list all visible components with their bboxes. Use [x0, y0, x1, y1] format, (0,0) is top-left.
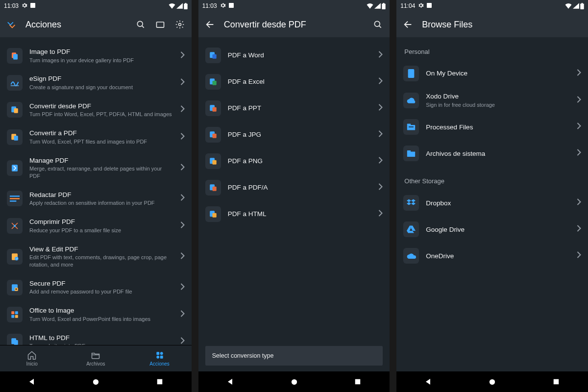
svg-rect-62 [407, 151, 415, 157]
sysnav-home-icon[interactable] [91, 377, 100, 386]
list-item-4[interactable]: Manage PDFMerge, extract, rearrange, and… [0, 151, 192, 185]
chevron-right-icon [180, 310, 185, 319]
app-bar: Convertir desde PDF [198, 12, 390, 37]
item-sublabel: Create a signature and sign your documen… [29, 84, 173, 91]
content-area[interactable]: PersonalOn My DeviceXodo DriveSign in fo… [396, 37, 588, 371]
list-item-o2[interactable]: OneDrive [396, 243, 588, 269]
item-sublabel: Add and remove password to your PDF file [29, 288, 173, 295]
item-icon [403, 248, 419, 264]
sysnav-recent-icon[interactable] [353, 377, 362, 386]
item-label: Comprimir PDF [29, 218, 173, 226]
list-item-o0[interactable]: Dropbox [396, 190, 588, 216]
tab-inicio[interactable]: Inicio [0, 345, 64, 371]
svg-rect-31 [156, 356, 159, 359]
chevron-right-icon [180, 252, 185, 261]
list-item-0[interactable]: PDF a Word [198, 42, 390, 69]
item-label: PDF a Excel [228, 77, 372, 86]
list-item-0[interactable]: Image to PDFTurn images in your device g… [0, 42, 192, 69]
list-item-7[interactable]: View & Edit PDFEdit PDF with text, comme… [0, 240, 192, 274]
svg-rect-37 [383, 3, 385, 4]
chevron-right-icon [378, 77, 383, 86]
item-label: Manage PDF [29, 156, 173, 165]
status-bar: 11:04 [396, 0, 588, 12]
list-item-p1[interactable]: Xodo DriveSign in for free cloud storage [396, 87, 588, 114]
svg-point-53 [291, 379, 296, 384]
tab-acciones[interactable]: Acciones [127, 345, 191, 371]
sysnav-recent-icon[interactable] [552, 377, 561, 386]
item-text: PDF a Word [228, 51, 372, 60]
square-icon [229, 2, 234, 9]
list-item-6[interactable]: Comprimir PDFReduce your PDF to a smalle… [0, 212, 192, 239]
svg-rect-57 [582, 3, 583, 4]
list-item-2[interactable]: Convertir desde PDFTurn PDF into Word, E… [0, 97, 192, 123]
list-item-9[interactable]: Office to ImageTurn Word, Excel and Powe… [0, 301, 192, 328]
chevron-right-icon [577, 251, 581, 260]
chevron-right-icon [378, 130, 383, 139]
back-icon[interactable] [204, 19, 216, 30]
list-item-2[interactable]: PDF a PPT [198, 95, 390, 122]
svg-rect-14 [10, 196, 20, 197]
sysnav-back-icon[interactable] [424, 377, 433, 386]
item-text: Manage PDFMerge, extract, rearrange, and… [29, 156, 173, 180]
page-title: Acciones [25, 20, 127, 30]
gear-icon [22, 2, 27, 10]
item-icon [7, 307, 23, 322]
list-item-3[interactable]: Convertir a PDFTurn Word, Excel, PPT fil… [0, 123, 192, 150]
item-label: Secure PDF [29, 279, 173, 288]
search-icon[interactable] [372, 19, 384, 30]
item-sublabel: Apply redaction on sensitive information… [29, 199, 173, 207]
item-label: Dropbox [426, 199, 570, 208]
back-icon[interactable] [402, 19, 414, 30]
chevron-right-icon [180, 283, 185, 292]
item-sublabel: Edit PDF with text, comments, drawings, … [29, 254, 173, 269]
item-icon [205, 100, 221, 116]
sysnav-recent-icon[interactable] [155, 377, 164, 386]
signal-icon [176, 3, 183, 9]
sysnav-back-icon[interactable] [226, 377, 235, 386]
system-nav-bar [0, 371, 192, 392]
list-item-p2[interactable]: Processed Files [396, 114, 588, 140]
square-icon [30, 2, 35, 9]
sysnav-back-icon[interactable] [27, 377, 36, 386]
svg-rect-35 [229, 3, 234, 8]
list-item-1[interactable]: PDF a Excel [198, 69, 390, 95]
list-item-p3[interactable]: Archivos de sistema [396, 140, 588, 167]
list-item-1[interactable]: eSign PDFCreate a signature and sign you… [0, 69, 192, 96]
item-text: PDF a Excel [228, 77, 372, 86]
sysnav-home-icon[interactable] [290, 377, 298, 386]
content-area[interactable]: PDF a WordPDF a ExcelPDF a PPTPDF a JPGP… [198, 37, 390, 371]
sysnav-home-icon[interactable] [488, 377, 497, 386]
list-item-o1[interactable]: Google Drive [396, 216, 588, 243]
content-area[interactable]: Image to PDFTurn images in your device g… [0, 37, 192, 345]
svg-rect-58 [408, 69, 415, 78]
chevron-right-icon [378, 183, 383, 192]
list-item-5[interactable]: PDF a PDF/A [198, 174, 390, 201]
chevron-right-icon [378, 51, 383, 60]
folder-icon[interactable] [154, 19, 166, 30]
list-item-5[interactable]: Redactar PDFApply redaction on sensitive… [0, 185, 192, 212]
list-item-3[interactable]: PDF a JPG [198, 122, 390, 148]
list-item-10[interactable]: HTML to PDFTurn websites into PDF [0, 328, 192, 345]
chevron-right-icon [180, 51, 185, 60]
tab-label: Inicio [26, 361, 37, 367]
list-item-6[interactable]: PDF a HTML [198, 201, 390, 227]
battery-icon [580, 3, 584, 9]
settings-icon[interactable] [174, 19, 186, 30]
item-text: Image to PDFTurn images in your device g… [29, 48, 173, 64]
list-item-p0[interactable]: On My Device [396, 60, 588, 87]
svg-point-17 [14, 225, 16, 227]
svg-rect-60 [407, 124, 411, 125]
item-text: PDF a PDF/A [228, 183, 372, 192]
status-bar: 11:03 [0, 0, 192, 12]
list-item-8[interactable]: Secure PDFAdd and remove password to you… [0, 274, 192, 301]
search-icon[interactable] [135, 19, 147, 30]
wifi-icon [367, 3, 373, 9]
item-text: Processed Files [426, 123, 570, 132]
item-text: Comprimir PDFReduce your PDF to a smalle… [29, 218, 173, 234]
item-text: Secure PDFAdd and remove password to you… [29, 279, 173, 295]
item-icon [7, 160, 23, 176]
item-text: Xodo DriveSign in for free cloud storage [426, 92, 570, 108]
list-item-4[interactable]: PDF a PNG [198, 148, 390, 174]
tab-archivos[interactable]: Archivos [64, 345, 127, 371]
chevron-right-icon [577, 96, 581, 105]
